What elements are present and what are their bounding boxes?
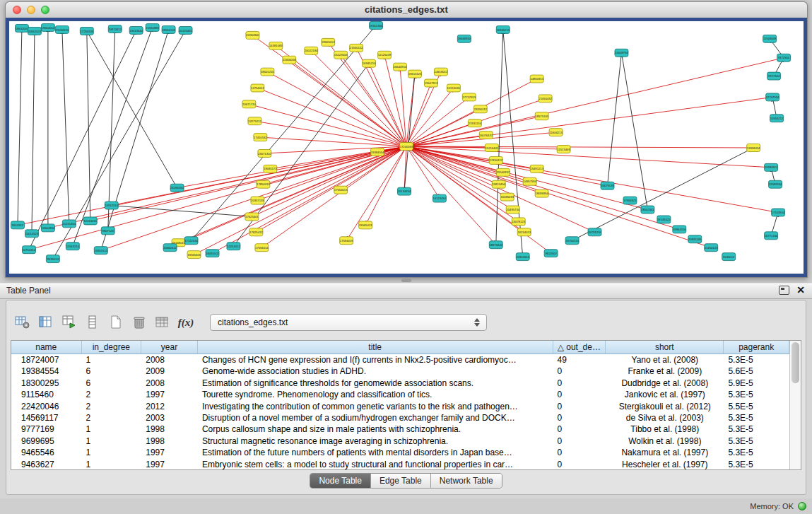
graph-edge[interactable] — [90, 146, 406, 221]
table-settings-button[interactable] — [13, 313, 32, 332]
graph-node[interactable]: 10553212 — [770, 115, 784, 122]
table-cell[interactable]: 0 — [553, 459, 606, 469]
graph-node[interactable]: 15958434 — [747, 144, 760, 152]
table-cell[interactable]: 1998 — [141, 436, 198, 447]
table-row[interactable]: 969969511998Structural magnetic resonanc… — [11, 436, 789, 447]
table-row[interactable]: 1830029562008Estimation of significance … — [11, 378, 789, 389]
table-cell[interactable]: 9777169 — [11, 424, 82, 435]
graph-node[interactable]: 18554102 — [162, 25, 175, 33]
table-cell[interactable]: Hescheler et al. (1997) — [606, 459, 724, 469]
table-row[interactable]: 1872400712008Changes of HCN gene express… — [11, 354, 789, 366]
graph-node[interactable]: 18632001 — [15, 24, 28, 32]
table-cell[interactable]: Changes of HCN gene expression and I(f) … — [198, 354, 553, 366]
float-panel-icon[interactable] — [779, 286, 789, 295]
table-cell[interactable]: Stergiakouli et al. (2012) — [606, 401, 724, 412]
graph-node[interactable]: 19565405 — [187, 251, 201, 259]
table-cell[interactable]: Embryonic stem cells: a model to study s… — [198, 459, 553, 469]
graph-node[interactable]: 22260840 — [246, 31, 259, 39]
table-cell[interactable]: 19384554 — [11, 366, 82, 377]
graph-edge[interactable] — [406, 146, 507, 197]
table-cell[interactable]: 1 — [82, 424, 142, 435]
table-cell[interactable]: Jankovic et al. (1997) — [606, 389, 724, 400]
graph-edge[interactable] — [406, 79, 537, 146]
graph-node[interactable]: 18455102 — [206, 250, 219, 257]
graph-node[interactable]: 16640910 — [394, 63, 407, 71]
memory-ok-indicator[interactable] — [798, 502, 806, 510]
graph-node[interactable]: 12754013 — [251, 84, 264, 92]
table-cell[interactable]: 9115460 — [11, 389, 82, 400]
graph-edge[interactable] — [32, 31, 35, 233]
table-cell[interactable]: 0 — [553, 447, 606, 458]
graph-node[interactable]: 18096954 — [535, 189, 548, 197]
column-header-3[interactable]: title — [198, 341, 553, 354]
graph-node[interactable]: 19964510 — [673, 226, 686, 233]
table-cell[interactable]: 5.3E-5 — [724, 436, 789, 447]
table-cell[interactable]: Wolkin et al. (1998) — [606, 436, 724, 447]
graph-node[interactable]: 17854013 — [257, 180, 270, 188]
new-column-button[interactable] — [107, 313, 125, 332]
graph-edge[interactable] — [29, 30, 136, 250]
table-cell[interactable]: 0 — [553, 424, 606, 435]
table-cell[interactable]: Estimation of significance thresholds fo… — [198, 378, 553, 389]
graph-node[interactable]: 9727344 — [767, 72, 781, 80]
column-header-5[interactable]: short — [606, 341, 724, 354]
table-cell[interactable]: 5.9E-5 — [724, 378, 789, 389]
import-table-button[interactable] — [60, 313, 78, 332]
table-cell[interactable]: 9463627 — [11, 459, 82, 469]
graph-node[interactable]: 17284533 — [80, 27, 93, 35]
table-cell[interactable]: 2009 — [141, 366, 198, 377]
table-cell[interactable]: 18300295 — [11, 378, 82, 389]
graph-node[interactable]: 10504334 — [41, 224, 54, 232]
table-cell[interactable]: 9465546 — [11, 447, 82, 458]
table-cell[interactable]: 2 — [82, 389, 142, 400]
table-cell[interactable]: 2003 — [141, 412, 198, 424]
graph-node[interactable]: 15648794 — [615, 49, 628, 57]
graph-node[interactable]: 15547913 — [424, 79, 437, 87]
graph-node[interactable]: 17594014 — [255, 244, 269, 252]
graph-node[interactable]: 22040937 — [496, 168, 510, 176]
graph-node[interactable]: 24275212 — [248, 117, 261, 125]
graph-edge[interactable] — [406, 146, 551, 253]
graph-node[interactable]: 18001210 — [261, 68, 274, 76]
graph-node[interactable]: 15134454 — [398, 187, 411, 195]
graph-node[interactable]: 17625412 — [249, 228, 263, 236]
graph-node[interactable]: 23350112 — [473, 105, 487, 113]
delete-column-button[interactable] — [130, 313, 148, 332]
graph-edge[interactable] — [249, 104, 406, 146]
tab-network-table[interactable]: Network Table — [431, 474, 502, 488]
graph-node[interactable]: 21034510 — [55, 25, 69, 33]
graph-node[interactable]: 20813412 — [108, 25, 122, 33]
graph-node[interactable]: 20022184 — [305, 47, 318, 54]
table-cell[interactable]: 0 — [553, 366, 606, 377]
graph-node[interactable]: 14618012 — [434, 68, 447, 76]
graph-node[interactable]: 12013455 — [83, 217, 97, 225]
graph-node[interactable]: 19565413 — [359, 221, 372, 229]
graph-edge[interactable] — [254, 121, 406, 146]
table-cell[interactable]: 6 — [82, 366, 142, 377]
table-cell[interactable]: 6 — [82, 378, 142, 389]
network-graph[interactable]: 1724006922260840143810832260605818001210… — [9, 21, 804, 274]
graph-node[interactable]: 20357135 — [251, 197, 264, 204]
table-cell[interactable]: 14569117 — [11, 412, 82, 424]
table-header-row[interactable]: namein_degreeyeartitle△ out_de…shortpage… — [11, 341, 789, 354]
table-cell[interactable]: 0 — [553, 401, 606, 412]
graph-node[interactable]: 13216441 — [485, 144, 498, 152]
table-cell[interactable]: 1998 — [141, 424, 198, 435]
graph-node[interactable]: 17625401 — [245, 213, 259, 221]
table-cell[interactable]: 5.3E-5 — [724, 354, 789, 366]
graph-node[interactable]: 14381083 — [269, 42, 283, 49]
graph-node[interactable]: 10754312 — [22, 246, 35, 254]
graph-node[interactable]: 17712913 — [462, 93, 476, 101]
graph-node[interactable]: 11515469 — [557, 146, 570, 153]
table-cell[interactable]: 1 — [82, 459, 142, 469]
table-cell[interactable]: Tibbo et al. (1998) — [606, 424, 724, 435]
graph-edge[interactable] — [406, 146, 530, 182]
graph-node[interactable]: 21550983 — [146, 23, 159, 31]
graph-node[interactable]: 18973442 — [489, 241, 502, 249]
table-cell[interactable]: Investigating the contribution of common… — [198, 401, 553, 412]
graph-edge[interactable] — [170, 146, 406, 247]
table-row[interactable]: 977716911998Corpus callosum shape and si… — [11, 424, 789, 435]
tab-edge-table[interactable]: Edge Table — [371, 474, 431, 488]
graph-node[interactable]: 20924510 — [516, 253, 529, 261]
table-cell[interactable]: 2 — [82, 401, 142, 412]
